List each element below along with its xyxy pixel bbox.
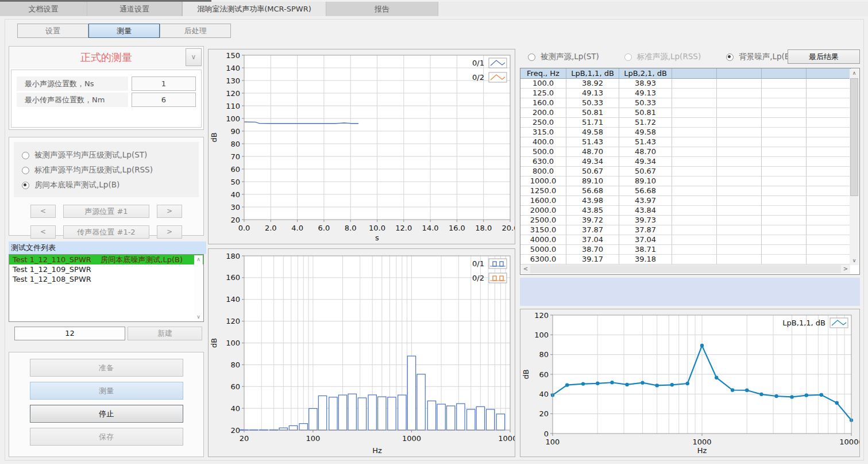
table-cell[interactable]	[807, 235, 851, 245]
table-cell[interactable]	[672, 98, 717, 108]
table-cell[interactable]: 4000.0	[520, 235, 566, 245]
position-label-button[interactable]: 声源位置 #1	[63, 205, 149, 218]
table-cell[interactable]: 50.67	[566, 167, 619, 177]
table-cell[interactable]	[807, 137, 851, 147]
table-cell[interactable]	[672, 245, 717, 255]
table-header-cell[interactable]: LpB,1,1, dB	[566, 68, 619, 79]
table-cell[interactable]	[717, 128, 762, 137]
file-list-item[interactable]: Test 1_12_110_SPWR 房间本底噪声测试,Lp(B)	[9, 255, 203, 264]
table-cell[interactable]	[672, 206, 717, 216]
table-row[interactable]: 2500.039.7239.73	[520, 216, 859, 225]
table-cell[interactable]: 1250.0	[520, 186, 566, 196]
table-cell[interactable]: 51.72	[619, 118, 672, 128]
table-cell[interactable]: 43.98	[566, 196, 619, 206]
table-cell[interactable]: 43.85	[566, 206, 619, 216]
table-cell[interactable]	[717, 177, 762, 186]
table-cell[interactable]: 37.87	[566, 225, 619, 235]
table-cell[interactable]	[672, 118, 717, 128]
table-cell[interactable]	[762, 79, 807, 89]
table-cell[interactable]: 5000.0	[520, 245, 566, 255]
table-cell[interactable]	[807, 157, 851, 167]
table-cell[interactable]	[717, 216, 762, 225]
table-header-cell[interactable]	[672, 68, 717, 79]
table-row[interactable]: 125.049.1349.13	[520, 89, 859, 98]
table-cell[interactable]	[762, 108, 807, 118]
table-cell[interactable]	[672, 186, 717, 196]
table-row[interactable]: 160.050.3350.33	[520, 98, 859, 108]
table-cell[interactable]	[762, 245, 807, 255]
final-result-button[interactable]: 最后结果	[788, 49, 860, 64]
table-cell[interactable]: 37.04	[619, 235, 672, 245]
table-row[interactable]: 400.051.4351.43	[520, 137, 859, 147]
table-cell[interactable]: 38.70	[566, 245, 619, 255]
table-cell[interactable]	[807, 245, 851, 255]
table-row[interactable]: 4000.037.0437.04	[520, 235, 859, 245]
table-cell[interactable]	[717, 157, 762, 167]
top-tab-3[interactable]: 报告	[326, 2, 438, 16]
table-cell[interactable]	[717, 79, 762, 89]
file-list-scrollbar[interactable]: ∧ ∨	[194, 255, 203, 321]
table-row[interactable]: 1000.089.1089.10	[520, 177, 859, 186]
file-list-item[interactable]: Test 1_12_109_SPWR	[9, 264, 203, 274]
table-cell[interactable]	[717, 108, 762, 118]
scroll-left-icon[interactable]: <	[521, 264, 530, 274]
table-cell[interactable]: 50.67	[619, 167, 672, 177]
table-cell[interactable]	[807, 118, 851, 128]
table-cell[interactable]	[672, 157, 717, 167]
table-cell[interactable]: 48.70	[566, 147, 619, 157]
table-vertical-scrollbar[interactable]: ∧ ∨	[850, 69, 859, 265]
save-button[interactable]: 保存	[30, 428, 183, 446]
table-cell[interactable]	[807, 108, 851, 118]
table-cell[interactable]	[762, 128, 807, 137]
table-cell[interactable]	[672, 108, 717, 118]
result-source-radio-2[interactable]: 背景噪声,Lp(B)	[718, 49, 793, 64]
table-cell[interactable]	[762, 206, 807, 216]
prepare-button[interactable]: 准备	[30, 359, 183, 377]
new-file-button[interactable]: 新建	[128, 327, 202, 340]
param-input[interactable]: 6	[132, 93, 196, 107]
table-cell[interactable]	[807, 255, 851, 264]
table-cell[interactable]: 39.72	[566, 216, 619, 225]
table-row[interactable]: 200.050.8150.81	[520, 108, 859, 118]
table-row[interactable]: 250.051.7151.72	[520, 118, 859, 128]
tab-postprocess[interactable]: 后处理	[160, 24, 231, 38]
table-cell[interactable]: 43.84	[619, 206, 672, 216]
table-row[interactable]: 5000.038.7038.71	[520, 245, 859, 255]
table-cell[interactable]: 51.43	[619, 137, 672, 147]
table-cell[interactable]	[672, 137, 717, 147]
table-cell[interactable]	[807, 89, 851, 98]
file-list-item[interactable]: Test 1_12_108_SPWR	[9, 274, 203, 284]
scroll-right-icon[interactable]: >	[841, 264, 850, 274]
table-cell[interactable]: 89.10	[619, 177, 672, 186]
table-cell[interactable]: 49.34	[566, 157, 619, 167]
table-cell[interactable]: 89.10	[566, 177, 619, 186]
table-cell[interactable]: 1000.0	[520, 177, 566, 186]
table-cell[interactable]: 160.0	[520, 98, 566, 108]
table-cell[interactable]	[762, 186, 807, 196]
table-cell[interactable]: 38.93	[619, 79, 672, 89]
table-cell[interactable]	[717, 206, 762, 216]
next-position-button[interactable]: >	[157, 205, 182, 218]
table-row[interactable]: 6300.039.1739.18	[520, 255, 859, 264]
table-cell[interactable]: 49.13	[619, 89, 672, 98]
table-cell[interactable]: 50.33	[619, 98, 672, 108]
table-cell[interactable]	[807, 79, 851, 89]
table-cell[interactable]: 125.0	[520, 89, 566, 98]
table-cell[interactable]	[717, 147, 762, 157]
prev-position-button[interactable]: <	[30, 225, 56, 239]
table-cell[interactable]	[672, 167, 717, 177]
test-mode-radio-0[interactable]: 被测声源平均声压级测试,Lp(ST)	[14, 148, 199, 163]
table-cell[interactable]: 39.73	[619, 216, 672, 225]
table-cell[interactable]: 50.81	[566, 108, 619, 118]
tab-settings[interactable]: 设置	[17, 24, 88, 38]
table-row[interactable]: 1600.043.9843.97	[520, 196, 859, 206]
table-cell[interactable]	[807, 216, 851, 225]
table-cell[interactable]	[672, 89, 717, 98]
table-cell[interactable]	[717, 167, 762, 177]
measurement-mode-dropdown[interactable]: 正式的测量 ∨	[9, 47, 203, 68]
table-row[interactable]: 1250.056.6856.68	[520, 186, 859, 196]
table-cell[interactable]: 6300.0	[520, 255, 566, 264]
table-cell[interactable]: 39.18	[619, 255, 672, 264]
table-cell[interactable]: 500.0	[520, 147, 566, 157]
param-input[interactable]: 1	[132, 76, 196, 91]
